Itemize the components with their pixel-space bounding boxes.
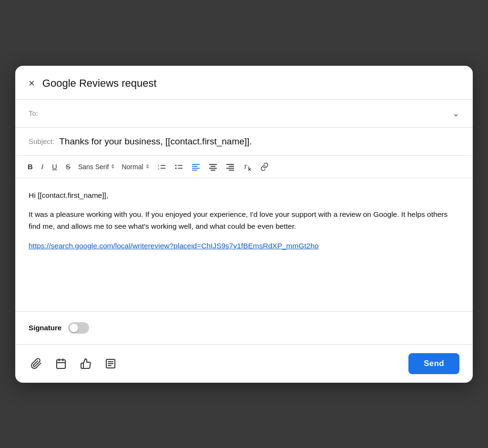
strikethrough-button[interactable]: S [63,161,73,173]
template-button[interactable] [103,356,118,371]
font-size-chevron-icon: ⇕ [145,163,150,170]
thumbsup-button[interactable] [78,356,93,371]
clear-formatting-button[interactable]: T x [240,161,254,173]
toggle-track [68,322,89,334]
svg-point-4 [175,164,176,166]
signature-row: Signature [15,312,473,345]
signature-label: Signature [29,324,61,332]
svg-point-5 [175,167,176,169]
svg-text:2.: 2. [158,167,160,170]
chevron-down-icon[interactable]: ⌄ [452,108,459,119]
svg-rect-24 [57,360,65,368]
toggle-thumb [70,324,78,332]
align-left-button[interactable] [189,161,203,173]
email-paragraph1: It was a pleasure working with you. If y… [29,209,459,233]
subject-label: Subject: [29,137,54,145]
to-row: To: ⌄ [15,100,473,128]
footer-bar: Send [15,345,473,383]
italic-button[interactable]: I [39,161,46,173]
calendar-button[interactable] [53,356,69,371]
modal-header: × Google Reviews request [15,66,473,100]
svg-text:x: x [248,165,250,169]
ordered-list-button[interactable]: 1. 2. [154,161,169,173]
attachment-button[interactable] [29,356,44,371]
modal-title: Google Reviews request [42,77,157,90]
send-button[interactable]: Send [408,353,459,374]
subject-row: Subject: Thanks for your business, [[con… [15,128,473,156]
email-link[interactable]: https://search.google.com/local/writerev… [29,240,459,252]
to-label: To: [29,109,38,117]
bold-button[interactable]: B [25,161,36,173]
unordered-list-button[interactable] [172,161,186,173]
font-family-label: Sans Serif [78,163,109,171]
subject-value[interactable]: Thanks for your business, [[contact.firs… [59,136,252,147]
font-size-selector[interactable]: Normal ⇕ [120,162,151,172]
close-button[interactable]: × [29,78,35,89]
footer-actions [29,356,118,371]
link-button[interactable] [257,161,272,173]
font-family-selector[interactable]: Sans Serif ⇕ [76,162,117,172]
align-center-button[interactable] [206,161,220,173]
svg-text:T: T [244,163,247,170]
signature-toggle[interactable] [68,322,89,334]
email-compose-modal: × Google Reviews request To: ⌄ Subject: … [15,66,473,383]
align-right-button[interactable] [223,161,237,173]
font-family-chevron-icon: ⇕ [111,163,115,170]
font-size-label: Normal [122,163,143,171]
underline-button[interactable]: U [49,161,60,173]
formatting-toolbar: B I U S Sans Serif ⇕ Normal ⇕ 1. 2. [15,156,473,178]
email-greeting: Hi [[contact.first_name]], [29,190,459,202]
svg-text:1.: 1. [158,164,160,167]
email-body[interactable]: Hi [[contact.first_name]], It was a plea… [15,178,473,312]
